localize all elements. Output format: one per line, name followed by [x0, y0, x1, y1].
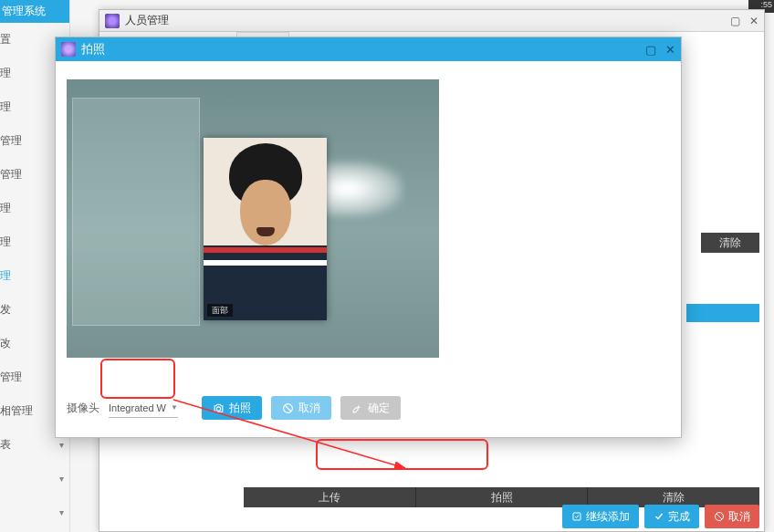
sidebar-item-label: 理 [0, 268, 11, 284]
person-mouth [256, 227, 275, 236]
dialog-ok-button[interactable]: 确定 [340, 396, 401, 420]
sidebar-item-label: 管理 [0, 167, 22, 183]
button-label: 继续添加 [586, 509, 630, 525]
chevron-down-icon: ▾ [59, 474, 64, 484]
maximize-icon[interactable]: ▢ [645, 43, 656, 57]
dialog-cancel-button[interactable]: 取消 [271, 396, 331, 420]
camera-select-value: Integrated W [109, 402, 166, 413]
camera-label: 摄像头 [67, 401, 99, 416]
sidebar-item-label: 理 [0, 99, 11, 115]
continue-add-button[interactable]: 继续添加 [562, 505, 639, 528]
forbid-icon [714, 511, 725, 522]
dialog-title: 拍照 [81, 41, 105, 57]
dialog-capture-button[interactable]: 拍照 [202, 396, 262, 420]
forbid-icon [282, 402, 294, 414]
dialog-capture: 拍照 ▢ ✕ 面部 摄像头 Integrated W ▼ [55, 37, 682, 438]
done-button[interactable]: 完成 [644, 505, 699, 528]
camera-preview: 面部 [67, 79, 439, 358]
app-logo-icon [61, 42, 76, 57]
sidebar-item-label: 发 [0, 302, 11, 318]
maximize-icon[interactable]: ▢ [730, 15, 740, 27]
sidebar-item-label: 理 [0, 66, 11, 81]
dialog-body: 面部 [56, 61, 681, 369]
upload-button[interactable]: 上传 [244, 487, 416, 507]
sidebar-item-label: 相管理 [0, 403, 33, 419]
svg-rect-0 [573, 513, 580, 520]
sidebar-item-label: 置 [0, 32, 11, 47]
dropdown-triangle-icon: ▼ [171, 403, 178, 412]
edit-icon [571, 511, 582, 522]
chevron-down-icon: ▾ [59, 507, 64, 517]
background-door [72, 98, 200, 326]
dialog-controls: 摄像头 Integrated W ▼ 拍照 取消 确定 [67, 390, 670, 426]
sidebar-item-label: 表 [0, 437, 11, 453]
footer-actions: 继续添加 完成 取消 [562, 505, 759, 528]
close-icon[interactable]: ✕ [749, 15, 758, 27]
section-divider [686, 304, 759, 322]
window-title: 人员管理 [125, 13, 169, 28]
sidebar-item-label: 管理 [0, 133, 22, 149]
sidebar-item-14[interactable]: ▾ [0, 495, 69, 529]
button-label: 确定 [368, 401, 390, 416]
clothing-stripe [204, 260, 327, 266]
face-tag: 面部 [207, 304, 233, 317]
check-icon [654, 511, 664, 522]
sidebar-item-label: 管理 [0, 370, 22, 385]
camera-select[interactable]: Integrated W ▼ [109, 398, 178, 418]
clothing-stripe [204, 247, 327, 253]
button-label: 取消 [298, 401, 320, 416]
sidebar-item-label: 理 [0, 235, 11, 250]
button-label: 拍照 [229, 401, 251, 416]
chevron-down-icon: ▾ [59, 440, 64, 450]
camera-icon [213, 402, 225, 414]
svg-point-2 [216, 406, 220, 410]
sidebar-item-label: 理 [0, 201, 11, 216]
button-label: 完成 [668, 509, 690, 525]
button-label: 取消 [728, 509, 750, 525]
sidebar-item-label: 改 [0, 336, 11, 351]
clear-upper-button[interactable]: 清除 [701, 233, 759, 253]
close-icon[interactable]: ✕ [665, 43, 675, 57]
cancel-footer-button[interactable]: 取消 [705, 505, 759, 528]
wrench-icon [351, 402, 363, 414]
face-crop-frame: 面部 [204, 138, 327, 320]
app-title: 管理系统 [0, 0, 69, 23]
app-logo-icon [105, 14, 120, 28]
window-titlebar[interactable]: 人员管理 ▢ ✕ [99, 10, 764, 32]
sidebar-item-13[interactable]: ▾ [0, 462, 69, 495]
dialog-titlebar[interactable]: 拍照 ▢ ✕ [56, 37, 681, 61]
